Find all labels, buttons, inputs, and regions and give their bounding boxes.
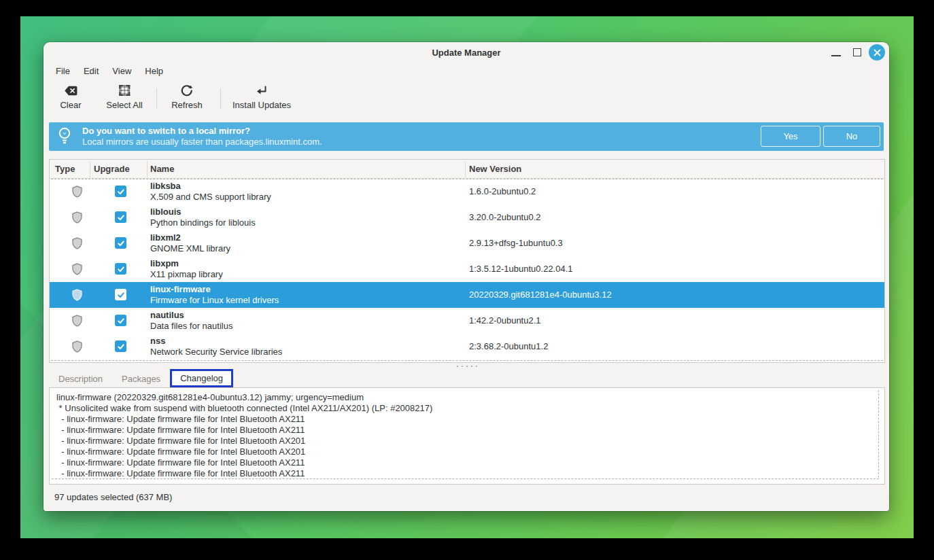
table-row[interactable]: libksba X.509 and CMS support library 1.… — [50, 179, 884, 205]
shield-icon — [72, 263, 82, 275]
select-all-button[interactable]: Select All — [106, 84, 142, 110]
shield-icon — [72, 211, 82, 224]
package-version: 20220329.git681281e4-0ubuntu3.12 — [469, 290, 612, 300]
package-name: linux-firmware — [150, 284, 211, 294]
focus-dash-top — [51, 179, 883, 179]
select-all-label: Select All — [106, 100, 142, 110]
tab-description[interactable]: Description — [49, 370, 112, 387]
package-version: 1:3.5.12-1ubuntu0.22.04.1 — [469, 264, 573, 274]
package-name: libxpm — [150, 258, 179, 268]
tab-changelog[interactable]: Changelog — [170, 369, 233, 387]
column-separator — [90, 161, 90, 177]
minimize-button[interactable] — [831, 55, 841, 56]
status-text: 97 updates selected (637 MB) — [54, 492, 172, 502]
upgrade-checkbox[interactable] — [115, 340, 126, 352]
package-name: libksba — [150, 181, 181, 191]
menu-view[interactable]: View — [105, 63, 138, 80]
focus-dash-bottom — [52, 478, 879, 479]
upgrade-checkbox[interactable] — [115, 237, 126, 249]
shield-icon — [72, 289, 82, 301]
shield-icon — [72, 186, 82, 198]
changelog-panel[interactable]: linux-firmware (20220329.git681281e4-0ub… — [49, 387, 885, 485]
package-name: nss — [150, 336, 165, 346]
package-name: openjdk-lts — [150, 362, 197, 362]
pane-splitter-handle[interactable] — [466, 366, 468, 367]
changelog-line: - linux-firmware: Update firmware file f… — [56, 414, 872, 425]
menu-edit[interactable]: Edit — [77, 63, 105, 80]
menu-file[interactable]: File — [49, 63, 77, 80]
shield-icon — [72, 340, 82, 353]
banner-subtitle: Local mirrors are usually faster than pa… — [82, 137, 322, 147]
banner-yes-button[interactable]: Yes — [761, 126, 820, 147]
package-description: X.509 and CMS support library — [150, 192, 271, 202]
package-version: 2:3.68.2-0ubuntu1.2 — [469, 341, 548, 351]
table-viewport[interactable]: libksba X.509 and CMS support library 1.… — [50, 179, 884, 362]
updates-table: Type Upgrade Name New Version libksba X.… — [49, 159, 885, 363]
select-all-icon — [119, 84, 130, 97]
package-description: Network Security Service libraries — [150, 347, 282, 357]
table-row[interactable]: liblouis Python bindings for liblouis 3.… — [50, 205, 884, 230]
table-row[interactable]: nss Network Security Service libraries 2… — [50, 334, 884, 360]
clear-button[interactable]: Clear — [60, 84, 81, 110]
column-separator — [465, 161, 466, 177]
table-row[interactable]: libxml2 GNOME XML library 2.9.13+dfsg-1u… — [50, 230, 884, 256]
banner-title: Do you want to switch to a local mirror? — [82, 126, 250, 136]
lightbulb-icon — [58, 126, 71, 147]
banner-no-button[interactable]: No — [823, 126, 880, 147]
header-new-version[interactable]: New Version — [469, 160, 521, 179]
package-version: 2.9.13+dfsg-1ubuntu0.3 — [469, 238, 563, 248]
close-icon — [874, 49, 881, 56]
table-row[interactable]: libxpm X11 pixmap library 1:3.5.12-1ubun… — [50, 256, 884, 282]
package-description: Python bindings for liblouis — [150, 217, 256, 228]
changelog-line: linux-firmware (20220329.git681281e4-0ub… — [56, 392, 872, 403]
statusbar: 97 updates selected (637 MB) — [44, 485, 889, 511]
changelog-line: * Unsolicited wake from suspend with blu… — [56, 403, 872, 414]
clear-icon — [64, 84, 77, 97]
close-button[interactable] — [869, 44, 885, 60]
table-header: Type Upgrade Name New Version — [50, 160, 884, 179]
toolbar-separator — [220, 88, 221, 109]
refresh-button[interactable]: Refresh — [171, 84, 203, 110]
changelog-line: - linux-firmware: Update firmware file f… — [56, 457, 872, 468]
toolbar-separator — [156, 88, 157, 109]
package-name: nautilus — [150, 310, 184, 320]
header-upgrade[interactable]: Upgrade — [94, 160, 130, 179]
detail-tabs: Description Packages Changelog — [49, 369, 233, 387]
install-updates-icon — [256, 84, 267, 97]
refresh-label: Refresh — [171, 100, 203, 110]
install-updates-button[interactable]: Install Updates — [232, 84, 291, 110]
upgrade-checkbox[interactable] — [115, 186, 126, 197]
changelog-line: - linux-firmware: Update firmware file f… — [56, 447, 872, 457]
package-description: GNOME XML library — [150, 243, 230, 253]
upgrade-checkbox[interactable] — [115, 315, 126, 326]
menu-help[interactable]: Help — [138, 63, 170, 80]
toolbar: Clear Select All Refresh In — [44, 80, 889, 118]
package-version: 3.20.0-2ubuntu0.2 — [469, 212, 541, 222]
changelog-line: - linux-firmware: Update firmware file f… — [56, 425, 872, 436]
focus-dash-right — [878, 390, 879, 478]
refresh-icon — [181, 84, 194, 97]
focus-dash-bottom — [51, 360, 883, 361]
column-separator — [147, 161, 148, 177]
shield-icon — [72, 237, 82, 249]
header-name[interactable]: Name — [150, 160, 174, 179]
package-version: 1.6.0-2ubuntu0.2 — [469, 186, 536, 196]
maximize-button[interactable] — [853, 48, 861, 56]
mirror-banner: Do you want to switch to a local mirror?… — [49, 122, 884, 151]
upgrade-checkbox[interactable] — [115, 211, 126, 223]
package-name: liblouis — [150, 207, 181, 217]
changelog-text: linux-firmware (20220329.git681281e4-0ub… — [56, 392, 872, 479]
update-manager-window: Update Manager File Edit View Help Clear — [44, 42, 889, 511]
package-description: X11 pixmap library — [150, 269, 223, 279]
changelog-line: - linux-firmware: Update firmware file f… — [56, 436, 872, 447]
table-row-selected[interactable]: linux-firmware Firmware for Linux kernel… — [50, 282, 884, 308]
upgrade-checkbox[interactable] — [115, 289, 126, 300]
table-row[interactable]: nautilus Data files for nautilus 1:42.2-… — [50, 308, 884, 334]
titlebar[interactable]: Update Manager — [44, 42, 889, 63]
package-description: Data files for nautilus — [150, 321, 232, 331]
header-type[interactable]: Type — [55, 160, 75, 179]
tab-packages[interactable]: Packages — [112, 370, 170, 387]
shield-icon — [72, 315, 82, 327]
package-version: 1:42.2-0ubuntu2.1 — [469, 315, 541, 326]
upgrade-checkbox[interactable] — [115, 263, 126, 275]
